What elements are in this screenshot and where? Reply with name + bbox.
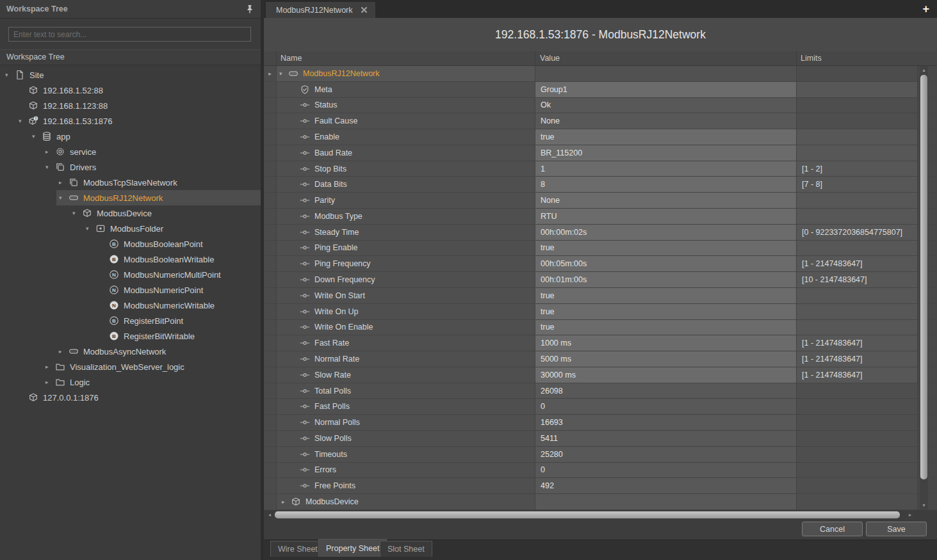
tree-item-modbusfolder[interactable]: ▾ModbusFolder [0,221,261,236]
property-row-ping-enable[interactable]: Ping Enabletrue [264,241,937,257]
property-row-free-points[interactable]: Free Points492 [264,478,937,494]
value-cell[interactable]: true [535,304,797,320]
value-cell[interactable]: true [535,129,797,145]
expand-arrow-icon[interactable]: ▸ [45,364,54,370]
tree-item-modbusasyncnetwork[interactable]: ▸ModbusAsyncNetwork [0,344,261,359]
property-row-ping-frequency[interactable]: Ping Frequency00h:05m:00s[1 - 2147483647… [264,256,937,272]
value-cell[interactable]: true [535,288,797,304]
value-cell[interactable]: 8 [535,177,797,193]
tree-item-192-168-1-123-88[interactable]: 192.168.1.123:88 [0,98,261,113]
expand-arrow-icon[interactable]: ▸ [59,179,68,186]
save-button[interactable]: Save [866,522,927,536]
property-row-status[interactable]: StatusOk [264,98,937,114]
horizontal-scrollbar-thumb[interactable] [275,511,900,518]
property-row-meta[interactable]: MetaGroup1 [264,82,937,98]
scroll-left-arrow-icon[interactable]: ◂ [265,510,274,520]
property-row-modbus-type[interactable]: Modbus TypeRTU [264,209,937,225]
tree-item-modbusnumericpoint[interactable]: NModbusNumericPoint [0,282,261,298]
property-row-timeouts[interactable]: Timeouts25280 [264,447,937,463]
scroll-up-arrow-icon[interactable]: ▴ [920,67,928,74]
property-row-enable[interactable]: Enabletrue [264,129,937,145]
property-row-slow-rate[interactable]: Slow Rate30000 ms[1 - 2147483647] [264,367,937,383]
property-row-fast-polls[interactable]: Fast Polls0 [264,399,937,415]
tree-item-service[interactable]: ▸service [0,144,261,159]
collapse-arrow-icon[interactable]: ▾ [5,72,14,78]
property-row-data-bits[interactable]: Data Bits8[7 - 8] [264,177,937,193]
collapse-arrow-icon[interactable]: ▾ [19,118,28,124]
property-row-baud-rate[interactable]: Baud RateBR_115200 [264,145,937,161]
collapse-arrow-icon[interactable]: ▾ [279,70,288,77]
tree-item-192-168-1-53-1876[interactable]: ▾!192.168.1.53:1876 [0,113,261,129]
pin-icon[interactable] [245,4,254,14]
value-cell[interactable]: 00h:01m:00s [535,272,797,288]
column-header-limits[interactable]: Limits [797,51,937,65]
tree-item-visualization-webserver-logic[interactable]: ▸Visualization_WebServer_logic [0,359,261,374]
value-cell[interactable]: true [535,241,797,257]
tree-item-site[interactable]: ▾Site [0,67,261,83]
tree-item-modbusnumericwritable[interactable]: NModbusNumericWritable [0,298,261,313]
value-cell[interactable]: 30000 ms [535,367,797,383]
value-cell[interactable]: true [535,320,797,336]
cancel-button[interactable]: Cancel [802,522,863,536]
tab-wire-sheet[interactable]: Wire Sheet [270,541,325,557]
value-cell[interactable]: 1 [535,161,797,177]
property-row-fast-rate[interactable]: Fast Rate1000 ms[1 - 2147483647] [264,335,937,351]
collapse-arrow-icon[interactable]: ▾ [59,195,68,201]
property-row-errors[interactable]: Errors0 [264,463,937,479]
tree-item-127-0-0-1-1876[interactable]: 127.0.0.1:1876 [0,390,261,405]
close-icon[interactable] [361,6,368,13]
expand-arrow-icon[interactable]: ▸ [282,499,291,505]
value-cell[interactable]: 5000 ms [535,351,797,367]
tree-item-modbusrj12network[interactable]: ▾ModbusRJ12Network [0,190,261,205]
property-row-steady-time[interactable]: Steady Time00h:00m:02s[0 - 9223372036854… [264,225,937,241]
property-row-modbusdevice[interactable]: ▸ModbusDevice [264,494,937,510]
property-row-stop-bits[interactable]: Stop Bits1[1 - 2] [264,161,937,177]
property-row-normal-rate[interactable]: Normal Rate5000 ms[1 - 2147483647] [264,351,937,367]
tab-slot-sheet[interactable]: Slot Sheet [380,541,432,557]
tree-item-app[interactable]: ▾app [0,129,261,144]
horizontal-scrollbar[interactable]: ◂ ▸ [264,510,937,520]
scroll-down-arrow-icon[interactable]: ▾ [920,502,928,509]
value-cell[interactable]: BR_115200 [535,145,797,161]
vertical-scrollbar[interactable]: ▴ ▾ [920,66,928,510]
scroll-right-arrow-icon[interactable]: ▸ [906,510,915,520]
tree-item-registerbitwritable[interactable]: BRegisterBitWritable [0,328,261,344]
property-row-down-frequency[interactable]: Down Frequency00h:01m:00s[10 - 214748364… [264,272,937,288]
property-row-normal-polls[interactable]: Normal Polls16693 [264,415,937,431]
value-cell[interactable]: 00h:05m:00s [535,256,797,272]
property-row-total-polls[interactable]: Total Polls26098 [264,383,937,399]
property-row-modbusrj12network[interactable]: ▸▾ModbusRJ12Network [264,66,937,82]
add-tab-button[interactable]: + [922,1,929,17]
property-row-parity[interactable]: ParityNone [264,193,937,209]
tree-item-drivers[interactable]: ▾Drivers [0,159,261,175]
tree-item-modbustcpslavenetwork[interactable]: ▸ModbusTcpSlaveNetwork [0,175,261,190]
tree-item-192-168-1-52-88[interactable]: 192.168.1.52:88 [0,83,261,98]
tab-property-sheet[interactable]: Property Sheet [318,539,387,557]
tree-item-modbusdevice[interactable]: ▾ModbusDevice [0,205,261,221]
expand-arrow-icon[interactable]: ▸ [45,379,54,385]
collapse-arrow-icon[interactable]: ▾ [86,225,95,232]
tab-modbusrj12network[interactable]: ModbusRJ12Network [266,2,375,18]
value-cell[interactable]: Group1 [535,82,797,98]
value-cell[interactable]: 00h:00m:02s [535,225,797,241]
vertical-scrollbar-thumb[interactable] [920,75,927,479]
expand-arrow-icon[interactable]: ▸ [268,70,272,77]
value-cell[interactable]: 1000 ms [535,335,797,351]
tree-item-registerbitpoint[interactable]: BRegisterBitPoint [0,313,261,328]
tree-item-modbusnumericmultipoint[interactable]: NModbusNumericMultiPoint [0,267,261,282]
column-header-name[interactable]: Name [277,51,535,65]
search-input[interactable] [8,27,251,42]
expand-arrow-icon[interactable]: ▸ [59,348,68,355]
tree-item-modbusbooleanwritable[interactable]: BModbusBooleanWritable [0,252,261,267]
collapse-arrow-icon[interactable]: ▾ [32,133,41,140]
tree-item-logic[interactable]: ▸Logic [0,374,261,390]
column-header-value[interactable]: Value [535,51,797,65]
value-cell[interactable]: RTU [535,209,797,225]
tree-item-modbusbooleanpoint[interactable]: BModbusBooleanPoint [0,236,261,252]
property-row-write-on-start[interactable]: Write On Starttrue [264,288,937,304]
property-row-write-on-up[interactable]: Write On Uptrue [264,304,937,320]
expand-arrow-icon[interactable]: ▸ [45,148,54,155]
value-cell[interactable]: None [535,193,797,209]
collapse-arrow-icon[interactable]: ▾ [72,210,81,216]
property-row-fault-cause[interactable]: Fault CauseNone [264,113,937,129]
